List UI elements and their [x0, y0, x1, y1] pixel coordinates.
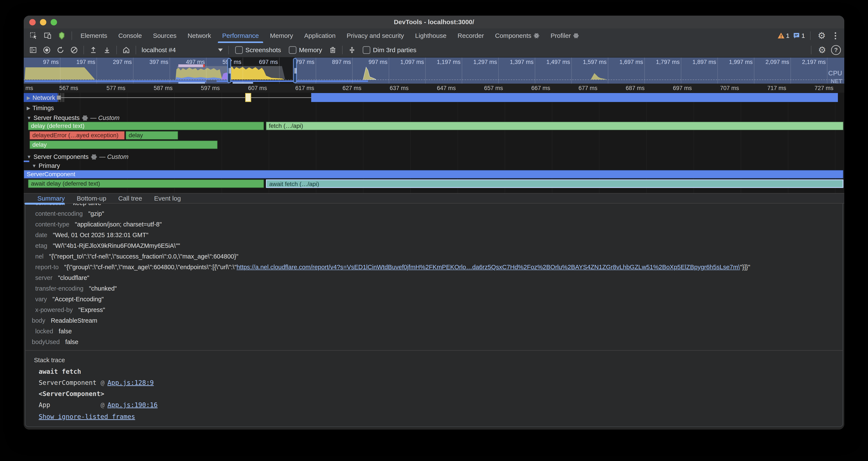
- overview-right-handle[interactable]: [293, 58, 297, 83]
- overview-tick: [608, 58, 608, 84]
- overview-tick: [681, 58, 681, 84]
- collapse-triangle-icon[interactable]: ▶: [27, 106, 30, 111]
- overview-left-handle[interactable]: [227, 58, 231, 83]
- memory-checkbox[interactable]: Memory: [289, 46, 322, 54]
- network-request-waiting-line[interactable]: [61, 97, 311, 98]
- warnings-badge[interactable]: 1: [777, 32, 789, 39]
- record-and-reload-icon[interactable]: [55, 45, 66, 56]
- tab-label: Performance: [222, 32, 259, 39]
- memory-checkbox-box[interactable]: [289, 46, 297, 54]
- tab-recorder[interactable]: Recorder: [452, 28, 489, 43]
- show-ignore-listed-frames-link[interactable]: Show ignore-listed frames: [39, 413, 843, 421]
- stack-source-link[interactable]: App.js:128:9: [107, 379, 154, 386]
- dim-3rd-parties-checkbox[interactable]: Dim 3rd parties: [363, 46, 416, 54]
- help-icon[interactable]: ?: [831, 45, 841, 55]
- track-server-components[interactable]: ▼ Server Components — Custom: [27, 153, 129, 161]
- chevron-down-icon: [218, 49, 223, 52]
- overview-tick: [243, 58, 243, 84]
- stack-frame-app: App@App.js:190:16: [39, 399, 843, 410]
- screenshots-checkbox[interactable]: Screenshots: [235, 46, 281, 54]
- overview-tick-label: 1,197 ms: [429, 59, 461, 65]
- tab-application[interactable]: Application: [299, 28, 341, 43]
- flame-bar-delayederror-ayed-exception[interactable]: delayedError (…ayed exception): [29, 131, 125, 140]
- timeline-ruler[interactable]: ms 567 ms577 ms587 ms597 ms607 ms617 ms6…: [24, 84, 844, 93]
- flame-chart[interactable]: ▶ Network ▶ Timings ▼ Server Requests — …: [24, 93, 844, 193]
- extension-gem-icon[interactable]: [56, 30, 68, 41]
- toolbar-separator-4: [228, 46, 229, 54]
- expand-triangle-icon[interactable]: ▼: [27, 154, 31, 160]
- timeline-overview[interactable]: 97 ms197 ms297 ms397 ms497 ms597 ms697 m…: [24, 58, 844, 84]
- stack-async-label: await fetch: [39, 366, 843, 377]
- clear-icon[interactable]: [68, 45, 80, 56]
- flame-bar-await-delay-deferred-text[interactable]: await delay (deferred text): [28, 179, 264, 188]
- tab-lighthouse[interactable]: Lighthouse: [410, 28, 452, 43]
- issues-badge[interactable]: 1: [793, 32, 805, 39]
- report-endpoint-link[interactable]: https://a.nel.cloudflare.com/report/v4?s…: [237, 264, 740, 271]
- flame-bar-delay[interactable]: delay: [29, 141, 218, 149]
- tab-profiler[interactable]: Profiler: [545, 28, 585, 43]
- ruler-tick-label: 677 ms: [561, 85, 597, 91]
- network-request-yellow-block[interactable]: [245, 93, 251, 102]
- tab-console[interactable]: Console: [113, 28, 147, 43]
- track-primary[interactable]: ▼ Primary: [32, 162, 60, 169]
- load-profile-icon[interactable]: [87, 45, 99, 56]
- dim-3rd-parties-checkbox-box[interactable]: [363, 46, 370, 54]
- overview-tick: [571, 58, 572, 84]
- expand-triangle-icon[interactable]: ▼: [27, 115, 31, 121]
- track-server-requests[interactable]: ▼ Server Requests — Custom: [27, 114, 120, 121]
- capture-settings-gear-icon[interactable]: ⚙: [816, 45, 828, 56]
- record-icon[interactable]: [41, 45, 53, 56]
- overview-tick: [717, 58, 718, 84]
- tab-network[interactable]: Network: [182, 28, 217, 43]
- flame-bar-await-fetch-api[interactable]: await fetch (…/api): [266, 179, 843, 188]
- overview-tick-label: 1,897 ms: [684, 59, 716, 65]
- track-timings[interactable]: ▶ Timings: [27, 105, 54, 112]
- react-atom-icon: [533, 33, 539, 39]
- toggle-sidebar-icon[interactable]: [27, 45, 39, 56]
- flame-bar-fetch-api[interactable]: fetch (…/api): [266, 122, 843, 130]
- details-tab-bottom-up[interactable]: Bottom-up: [71, 194, 112, 203]
- shrink-rows-icon[interactable]: [346, 45, 358, 56]
- tab-sources[interactable]: Sources: [147, 28, 182, 43]
- track-network[interactable]: ▶ Network: [27, 94, 55, 102]
- more-options-icon[interactable]: [831, 32, 840, 39]
- device-toolbar-icon[interactable]: [42, 30, 54, 41]
- tab-components[interactable]: Components: [490, 28, 545, 43]
- net-lane-label: NET: [831, 78, 842, 84]
- screenshots-checkbox-box[interactable]: [235, 46, 243, 54]
- flame-bar-delay-deferred-text[interactable]: delay (deferred text): [28, 122, 264, 130]
- live-metrics-home-icon[interactable]: [120, 45, 132, 56]
- inspect-element-icon[interactable]: [28, 30, 39, 41]
- close-window-button[interactable]: [29, 19, 36, 25]
- network-request-blue-bar[interactable]: [311, 93, 838, 102]
- overview-tick: [352, 58, 352, 84]
- header-key: body: [32, 317, 45, 324]
- overview-tick-label: 1,297 ms: [465, 59, 497, 65]
- stack-source-link[interactable]: App.js:190:16: [107, 401, 158, 409]
- collect-garbage-icon[interactable]: [327, 45, 339, 56]
- details-tab-call-tree[interactable]: Call tree: [112, 194, 148, 203]
- minimize-window-button[interactable]: [40, 19, 46, 25]
- header-key: transfer-encoding: [35, 285, 84, 292]
- tab-memory[interactable]: Memory: [265, 28, 299, 43]
- screenshots-label: Screenshots: [245, 47, 281, 54]
- settings-gear-icon[interactable]: ⚙: [816, 30, 828, 41]
- save-profile-icon[interactable]: [101, 45, 113, 56]
- header-value: "application/json; charset=utf-8": [75, 221, 162, 228]
- flame-bar-servercomponent[interactable]: ServerComponent: [24, 170, 843, 178]
- network-request-start-marker[interactable]: [57, 95, 61, 99]
- details-tab-event-log[interactable]: Event log: [148, 194, 187, 203]
- trace-history-select[interactable]: localhost #4: [140, 47, 225, 54]
- tab-privacy-and-security[interactable]: Privacy and security: [341, 28, 409, 43]
- memory-label: Memory: [299, 47, 322, 54]
- overview-tick-label: 2,197 ms: [794, 59, 826, 65]
- expand-triangle-icon[interactable]: ▼: [32, 163, 36, 169]
- flame-bar-delay[interactable]: delay: [126, 131, 178, 140]
- header-key: bodyUsed: [32, 339, 60, 346]
- collapse-triangle-icon[interactable]: ▶: [27, 95, 30, 101]
- zoom-window-button[interactable]: [51, 19, 57, 25]
- details-tab-summary[interactable]: Summary: [31, 194, 71, 203]
- tab-elements[interactable]: Elements: [75, 28, 113, 43]
- tab-performance[interactable]: Performance: [217, 28, 265, 43]
- tab-label: Application: [304, 32, 336, 39]
